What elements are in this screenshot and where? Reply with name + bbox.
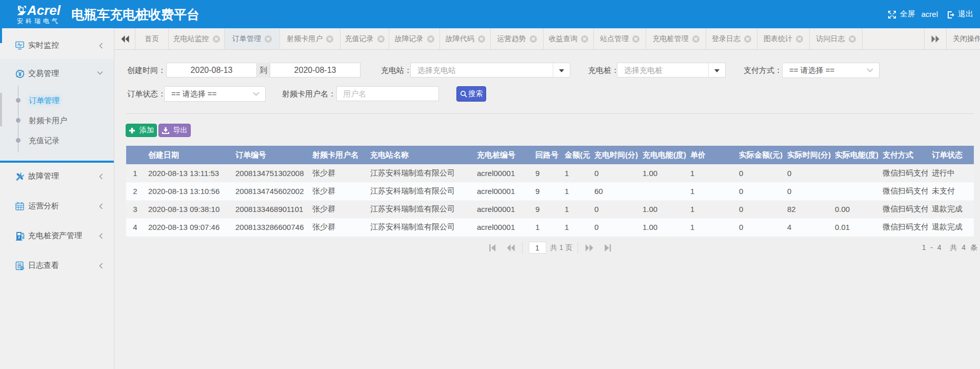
chevron-left-icon	[99, 43, 103, 49]
fullscreen-button[interactable]: 全屏	[888, 9, 915, 19]
date-from-input[interactable]	[166, 63, 257, 77]
sidebar-item-log-view[interactable]: 日志查看	[0, 250, 114, 280]
table-row-1[interactable]: 12020-08-13 13:11:532008134751302008张少群江…	[126, 164, 974, 182]
date-to-input[interactable]	[270, 63, 361, 77]
tab-label: 充电站监控	[173, 34, 209, 44]
search-label: 搜索	[469, 89, 483, 99]
cell-create-date: 2020-08-13 09:07:46	[144, 218, 231, 236]
double-chevron-right-icon	[931, 35, 939, 43]
last-page-button[interactable]	[602, 242, 614, 254]
search-button[interactable]: 搜索	[456, 86, 486, 102]
tab-recharge-records[interactable]: 充值记录	[341, 29, 389, 49]
cell-rfid-user: 张少群	[308, 164, 366, 182]
table-row-4[interactable]: 42020-08-13 09:07:462008133286600746张少群江…	[126, 218, 974, 236]
next-page-button[interactable]	[583, 242, 595, 254]
tab-fault-records[interactable]: 故障记录	[389, 29, 440, 49]
cell-unit-price: 1	[686, 182, 735, 200]
cell-rownum: 2	[126, 182, 144, 200]
column-header-station-name: 充电站名称	[366, 146, 473, 164]
table-row-2[interactable]: 22020-08-13 13:10:562008134745602002张少群江…	[126, 182, 974, 200]
cell-actual-time: 82	[783, 200, 831, 218]
sidebar-item-label: 运营分析	[28, 191, 59, 221]
sidebar-item-fault-management[interactable]: 故障管理	[0, 161, 114, 191]
sidebar-item-realtime-monitor[interactable]: 实时监控	[0, 31, 114, 59]
app-root: Acrel 安科瑞电气 电瓶车充电桩收费平台	[0, 0, 980, 369]
realtime-monitor-icon	[15, 41, 24, 50]
sidebar-scrollbar-thumb[interactable]	[0, 93, 2, 126]
plus-icon	[129, 127, 135, 134]
tab-chart-statistics[interactable]: 图表统计	[757, 29, 810, 49]
logout-button[interactable]: 退出	[947, 9, 973, 19]
tab-close-icon[interactable]	[530, 35, 537, 43]
sidebar-subitem-order-management[interactable]: 订单管理	[0, 90, 114, 110]
cell-loop-no: 9	[531, 182, 561, 200]
tab-site-management[interactable]: 站点管理	[594, 29, 646, 49]
tabs-scroll-left-button[interactable]	[115, 29, 135, 49]
tab-close-icon[interactable]	[427, 35, 434, 43]
prev-page-button[interactable]	[505, 242, 517, 254]
cell-rfid-user: 张少群	[308, 200, 366, 218]
sidebar-item-transaction-management[interactable]: 交易管理	[0, 59, 114, 87]
add-button[interactable]: 添加	[126, 124, 157, 137]
sidebar-scrollbar-top[interactable]	[0, 28, 2, 43]
rfid-user-input[interactable]	[336, 86, 439, 101]
tab-close-icon[interactable]	[632, 35, 639, 43]
cell-order-status: 未支付	[928, 182, 974, 200]
tab-revenue-query[interactable]: 收益查询	[544, 29, 594, 49]
sidebar-subitem-recharge-records[interactable]: 充值记录	[0, 130, 114, 150]
transaction-icon	[15, 69, 24, 78]
cell-create-date: 2020-08-13 13:10:56	[144, 182, 231, 200]
chevron-left-icon	[99, 233, 103, 239]
sidebar-item-charging-pile-assets[interactable]: 充电桩资产管理	[0, 221, 114, 250]
cell-actual-amount: 0	[735, 218, 783, 236]
export-button[interactable]: 导出	[158, 124, 191, 137]
pile-combobox[interactable]: 选择充电桩	[617, 63, 726, 77]
tab-pile-management[interactable]: 充电桩管理	[646, 29, 706, 49]
order-status-select[interactable]: == 请选择 ==	[164, 86, 266, 102]
pile-combobox-arrow-button[interactable]	[708, 63, 725, 77]
tab-close-icon[interactable]	[692, 35, 699, 43]
station-combobox-arrow-button[interactable]	[553, 63, 570, 77]
sidebar: 实时监控交易管理订单管理射频卡用户充值记录故障管理运营分析充电桩资产管理日志查看	[0, 28, 114, 369]
tabs-scroll-right-button[interactable]	[924, 29, 946, 49]
cell-pay-method: 微信扫码支付	[878, 218, 928, 236]
tab-close-icon[interactable]	[213, 35, 220, 43]
column-header-unit-price: 单价	[686, 146, 735, 164]
cell-amount: 1	[561, 164, 590, 182]
export-label: 导出	[173, 126, 188, 135]
tab-close-icon[interactable]	[849, 35, 856, 43]
tab-station-monitor[interactable]: 充电站监控	[169, 29, 225, 49]
cell-actual-time: 4	[783, 218, 831, 236]
tab-fault-codes[interactable]: 故障代码	[440, 29, 491, 49]
station-combobox[interactable]: 选择充电站	[410, 63, 570, 77]
tab-close-icon[interactable]	[377, 35, 385, 43]
tab-login-logs[interactable]: 登录日志	[706, 29, 757, 49]
tab-order-management[interactable]: 订单管理	[225, 29, 280, 49]
chevron-down-icon	[867, 68, 873, 72]
pile-label: 充电桩：	[588, 63, 619, 77]
tab-rfid-card-users[interactable]: 射频卡用户	[280, 29, 341, 49]
order-status-value: == 请选择 ==	[171, 89, 216, 98]
tab-access-logs[interactable]: 访问日志	[810, 29, 863, 49]
table-row-3[interactable]: 32020-08-13 09:38:102008133468901101张少群江…	[126, 200, 974, 218]
tab-close-icon[interactable]	[581, 35, 588, 43]
orders-table: 创建日期订单编号射频卡用户名充电站名称充电桩编号回路号金额(元充电时间(分)充电…	[126, 146, 974, 237]
tab-operation-trend[interactable]: 运营趋势	[491, 29, 544, 49]
cell-unit-price: 1	[686, 164, 735, 182]
tab-close-icon[interactable]	[478, 35, 485, 43]
tab-label: 充电桩管理	[653, 34, 689, 44]
create-time-label: 创建时间：	[127, 63, 166, 77]
tab-home[interactable]: 首页	[135, 29, 169, 49]
page-number-input[interactable]	[529, 242, 546, 254]
sidebar-item-operation-analysis[interactable]: 运营分析	[0, 191, 114, 221]
username[interactable]: acrel	[921, 10, 938, 18]
tab-close-icon[interactable]	[796, 35, 803, 43]
pay-method-select[interactable]: == 请选择 ==	[782, 63, 879, 78]
tab-close-icon[interactable]	[326, 35, 333, 43]
tab-close-icon[interactable]	[744, 35, 751, 43]
first-page-button[interactable]	[486, 242, 498, 254]
tab-close-icon[interactable]	[265, 35, 272, 43]
close-operations-menu[interactable]: 关闭操作	[946, 29, 980, 49]
sidebar-subitem-rfid-card-users[interactable]: 射频卡用户	[0, 110, 114, 130]
cell-actual-time: 0	[783, 164, 831, 182]
